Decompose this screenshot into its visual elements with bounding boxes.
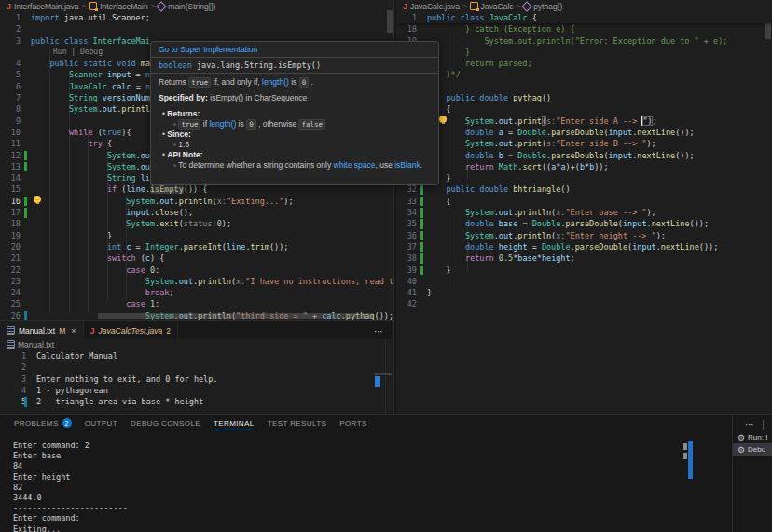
doc-link[interactable]: white space (334, 160, 376, 170)
code-line: 37 double height = Double.parseDouble(in… (396, 241, 772, 252)
line-number: 2 (0, 361, 26, 373)
terminal-list-item[interactable]: ⚙Run: I (733, 431, 772, 443)
hover-doc-row: ◦ To determine whether a string contains… (159, 160, 431, 171)
minimap-viewport[interactable] (375, 373, 392, 375)
gutter-change-bar (24, 162, 27, 172)
terminal-line: Enter height (13, 472, 128, 483)
code-line: 23 (396, 81, 772, 92)
terminal-line: 3444.0 (13, 493, 128, 503)
hover-signature: boolean java.lang.String.isEmpty() (151, 58, 438, 74)
breadcrumb-method[interactable]: pythag() (533, 2, 562, 11)
panel-tab-debug-console[interactable]: DEBUG CONSOLE (124, 415, 207, 431)
line-number: 13 (0, 161, 21, 172)
vertical-scrollbar[interactable] (387, 10, 393, 33)
line-number: 19 (0, 230, 21, 241)
tab-manual-txt[interactable]: Manual.txt M × (0, 321, 84, 340)
gutter-change-bar (420, 219, 423, 229)
terminal-line: 82 (13, 483, 128, 493)
gutter-change-bar (24, 197, 27, 207)
go-to-super-implementation-link[interactable]: Go to Super Implementation (151, 42, 438, 58)
terminal-output[interactable]: Enter command: 2Enter base84Enter height… (13, 441, 128, 532)
breadcrumb[interactable]: Manual.txt (0, 339, 393, 350)
code-line: 1Calculator Manual (0, 350, 393, 361)
close-icon[interactable]: × (71, 326, 76, 335)
code-line: 15 if (line.isEmpty()) { (0, 184, 393, 195)
code-area[interactable]: 1Calculator Manual23Enter nothing to exi… (0, 350, 393, 407)
line-number: 24 (0, 287, 21, 298)
code-line: 3Enter nothing to exit, and 0 for help. (0, 374, 393, 385)
hover-doc-row: Specified by: isEmpty() in CharSequence (159, 93, 431, 103)
line-number: 4 (0, 58, 21, 69)
line-number: 38 (396, 252, 417, 264)
gutter-change-bar (24, 208, 27, 218)
gear-icon: ⚙ (738, 445, 745, 455)
code-line: 16 System.out.println(x:"Exiting..."); (0, 196, 393, 207)
panel-tab-ports[interactable]: PORTS (333, 415, 373, 431)
code-line: 24 break; (0, 287, 393, 298)
doc-link[interactable]: length() (209, 119, 236, 129)
doc-link[interactable]: isBlank (394, 160, 420, 170)
code-line: 39 } (396, 265, 772, 276)
terminal-scrollbar[interactable] (688, 441, 693, 479)
line-number: 18 (396, 23, 417, 34)
panel-tab-problems[interactable]: PROBLEMS2 (7, 415, 78, 431)
gutter-change-bar (420, 253, 423, 264)
editor-manual-txt[interactable]: Manual.txt 1Calculator Manual23Enter not… (0, 339, 394, 414)
vscode-workbench: J InterfaceMain.java > InterfaceMain > m… (0, 0, 772, 532)
panel-tab-test-results[interactable]: TEST RESULTS (261, 415, 334, 431)
breadcrumb-file[interactable]: InterfaceMain.java (14, 2, 78, 11)
class-icon (470, 2, 478, 10)
line-number: 33 (396, 196, 417, 207)
line-number: 42 (396, 298, 417, 309)
code-line: 29 double b = Double.parseDouble(input.n… (396, 150, 772, 161)
code-line: 52 - triangle area via base * height (0, 396, 393, 407)
line-number: 5 (0, 69, 21, 80)
hover-doc-row: • API Note: (159, 150, 431, 160)
chevron-right-icon: > (81, 2, 86, 10)
breadcrumb-file[interactable]: Manual.txt (18, 340, 54, 349)
gutter-change-bar (420, 184, 423, 195)
overview-ruler-border (385, 339, 386, 414)
breadcrumb-file[interactable]: JavaCalc.java (410, 2, 460, 11)
editor-javacalc[interactable]: J JavaCalc.java > JavaCalc > pythag() 1p… (396, 0, 772, 414)
codelens-run-debug[interactable]: Run | Debug (53, 47, 103, 58)
code-line: 20 } (396, 47, 772, 58)
code-area[interactable]: 18 } catch (Exception e) {19 System.out.… (396, 23, 772, 309)
line-number: 34 (396, 207, 417, 218)
panel-tab-terminal[interactable]: TERMINAL (207, 415, 261, 431)
chevron-right-icon: > (462, 2, 467, 10)
line-number: 25 (0, 298, 21, 309)
code-line: 27 double a = Double.parseDouble(input.n… (396, 127, 772, 138)
panel-tab-output[interactable]: OUTPUT (78, 415, 124, 431)
hover-doc-row: ◦ 1.6 (159, 140, 431, 150)
class-icon (89, 2, 97, 10)
breadcrumb[interactable]: J InterfaceMain.java > InterfaceMain > m… (0, 0, 393, 12)
sticky-scroll-line[interactable]: 1public class JavaCalc { (396, 12, 772, 23)
code-line: 22 case 0: (0, 265, 393, 276)
code-line: 18 System.exit(status:0); (0, 218, 393, 229)
more-actions-icon[interactable]: ⋯ (374, 326, 384, 336)
tab-javacalctest[interactable]: J JavaCalcTest.java 2 (84, 321, 178, 340)
method-icon (522, 1, 532, 11)
terminal-list-item[interactable]: ⚙Debu (733, 443, 772, 456)
breadcrumb-class[interactable]: InterfaceMain (100, 2, 148, 11)
hover-doc-row: • Since: (159, 130, 431, 140)
chevron-right-icon: > (517, 2, 521, 10)
line-number: 12 (0, 150, 21, 161)
line-number: 11 (0, 138, 21, 149)
breadcrumb[interactable]: J JavaCalc.java > JavaCalc > pythag() (396, 0, 772, 12)
lightbulb-icon[interactable] (439, 116, 447, 123)
breadcrumb-class[interactable]: JavaCalc (481, 2, 514, 11)
gutter-change-bar (24, 311, 27, 320)
line-number: 4 (0, 385, 26, 396)
editor-tab-bar: Manual.txt M × J JavaCalcTest.java 2 ⋯ (0, 320, 394, 340)
code-line: 21 switch (c) { (0, 252, 393, 264)
breadcrumb-method[interactable]: main(String[]) (168, 2, 215, 11)
lightbulb-icon[interactable] (34, 196, 41, 203)
doc-link[interactable]: length() (262, 77, 289, 87)
code-line: 42 (396, 298, 772, 309)
more-actions-icon[interactable]: ⋯ (745, 419, 755, 430)
line-number: 18 (0, 218, 21, 229)
code-line: 32 public double bhtriangle() (396, 184, 772, 195)
horizontal-scrollbar[interactable] (98, 313, 373, 319)
